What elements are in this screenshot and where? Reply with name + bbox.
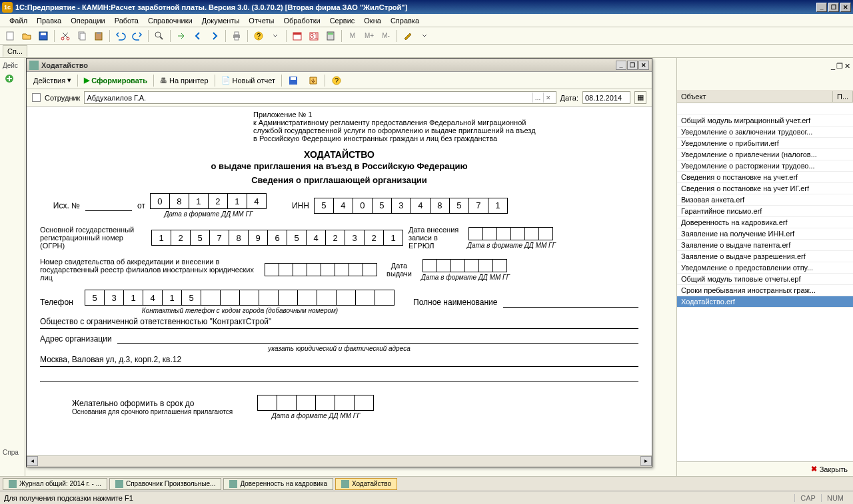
settings-dropdown-icon[interactable] [417,29,432,43]
m-icon[interactable]: M [345,29,360,43]
menu-help[interactable]: Справка [387,15,423,26]
menu-catalogs[interactable]: Справочники [144,15,197,26]
menu-reports[interactable]: Отчеты [245,15,278,26]
combo-select-icon[interactable]: … [532,93,543,103]
rp-item[interactable]: Заявление о выдаче разрешения.erf [677,251,853,262]
menu-processing[interactable]: Обработки [279,15,324,26]
inn-cells: 54 05 34 85 71 [315,198,508,214]
rp-item[interactable]: Заявление о выдаче патента.erf [677,240,853,251]
rp-item[interactable]: Гарантийное письмо.erf [677,206,853,217]
calendar31-icon[interactable]: 31 [307,29,321,43]
task-button[interactable]: Справочник Произвольные... [109,478,221,490]
copy-icon[interactable] [75,29,89,43]
mminus-icon[interactable]: M- [379,29,393,43]
undo-icon[interactable] [113,29,128,43]
employee-combo[interactable]: Абдухалилов Г.А. … ✕ [84,91,556,104]
open-icon[interactable] [19,29,34,43]
dialog-toolbar: Действия ▾ ▶ Сформировать 🖶На принтер 📄Н… [27,72,652,89]
add-icon[interactable] [2,71,17,86]
rp-item[interactable]: Общий модуль миграционный учет.erf [677,115,853,126]
rp-item[interactable]: Уведомление о заключении трудовог... [677,126,853,138]
date-field[interactable]: 08.12.2014 [582,91,630,104]
rp-item[interactable]: Сведения о постановке на учет.erf [677,172,853,183]
help-icon[interactable]: ? [251,29,266,43]
taskbar: Журнал общий: 2014 г. - ...Справочник Пр… [0,476,853,491]
rp-item[interactable]: Уведомление о предоставлении отпу... [677,262,853,274]
rp-item[interactable]: Сроки пребывания иностранных граж... [677,285,853,296]
menu-edit[interactable]: Правка [33,15,65,26]
task-button[interactable]: Журнал общий: 2014 г. - ... [3,478,107,490]
status-hint: Для получения подсказки нажмите F1 [4,494,133,502]
forward-icon[interactable] [207,29,222,43]
rp-item[interactable]: Уведомление о прибытии.erf [677,138,853,149]
rp-close-button[interactable]: ✕ [844,62,850,71]
rp-item[interactable]: Заявление на получение ИНН.erf [677,228,853,240]
workspace: Дейс Спра Ходатайство _ ❐ ✕ Действия ▾ ▶… [0,58,853,476]
paste-icon[interactable] [91,29,106,43]
redo-icon[interactable] [130,29,145,43]
rp-maximize-button[interactable]: ❐ [836,62,843,71]
find-icon[interactable] [152,29,167,43]
info-dropdown-icon[interactable] [268,29,283,43]
load-variant-icon[interactable] [304,73,323,88]
task-button[interactable]: Доверенность на кадровика [223,478,333,490]
task-button[interactable]: Ходатайство [335,478,397,490]
back-icon[interactable] [191,29,205,43]
print-button[interactable]: 🖶На принтер [156,75,213,87]
app-title: 1С:Предприятие - КАМИН:Расчет заработной… [15,3,816,11]
calc-icon[interactable] [323,29,338,43]
menu-work[interactable]: Работа [111,15,143,26]
rp-item[interactable]: Общий модуль типовые отчеты.epf [677,274,853,285]
rp-close-link[interactable]: Закрыть [820,465,848,473]
combo-clear-icon[interactable]: ✕ [543,93,554,103]
menu-file[interactable]: Файл [5,15,31,26]
close-button[interactable]: ✕ [840,3,851,12]
calendar-icon[interactable] [290,29,305,43]
dialog-minimize-button[interactable]: _ [616,61,626,70]
egrul-cells [469,227,553,240]
menu-documents[interactable]: Документы [198,15,244,26]
dialog-maximize-button[interactable]: ❐ [627,61,638,70]
save-variant-icon[interactable] [284,73,303,88]
form-button[interactable]: ▶ Сформировать [80,74,151,87]
employee-label: Сотрудник [45,94,80,102]
scroll-right-icon[interactable]: ► [640,456,652,466]
rp-item[interactable]: Визовая анкета.erf [677,194,853,206]
dialog-close-button[interactable]: ✕ [638,61,649,70]
minimize-button[interactable]: _ [816,3,827,12]
new-report-button[interactable]: 📄Новый отчет [217,74,279,87]
rp-col-object[interactable]: Объект [677,91,833,102]
date-picker-icon[interactable]: ▦ [634,91,646,104]
new-icon[interactable] [3,29,17,43]
svg-rect-8 [97,32,101,34]
rp-item[interactable]: Доверенность на кадровика.erf [677,217,853,228]
rp-col-p[interactable]: П... [833,91,853,102]
dialog-hscrollbar[interactable]: ◄ ► [27,455,652,467]
mplus-icon[interactable]: M+ [362,29,377,43]
dialog-help-icon[interactable]: ? [327,73,346,88]
menu-windows[interactable]: Окна [360,15,385,26]
menu-operations[interactable]: Операции [67,15,109,26]
rp-minimize-button[interactable]: _ [831,62,835,70]
rp-item[interactable]: Сведения о постановке на учет ИГ.erf [677,183,853,194]
print-icon[interactable] [229,29,244,43]
ish-label: Исх. № [40,201,80,210]
goto-icon[interactable] [174,29,189,43]
employee-checkbox[interactable] [32,93,41,102]
actions-button[interactable]: Действия ▾ [29,74,75,87]
rp-item[interactable]: Уведомление о привлечении (налогов... [677,149,853,160]
rp-item[interactable]: Ходатайство.erf [677,296,853,308]
scroll-left-icon[interactable]: ◄ [27,456,38,466]
mdi-tab[interactable]: Сп... [3,45,27,57]
rp-item[interactable]: Уведомление о расторжении трудово... [677,160,853,172]
reason-label: Основания для срочного приглашения прила… [72,408,233,415]
menu-service[interactable]: Сервис [326,15,359,26]
task-icon [9,480,17,488]
maximize-button[interactable]: ❐ [828,3,839,12]
settings-icon[interactable] [401,29,415,43]
close-x-icon[interactable]: ✖ [811,465,817,473]
task-icon [341,480,349,488]
save-icon[interactable] [36,29,51,43]
mdi-tabs: Сп... [0,45,853,58]
cut-icon[interactable] [58,29,73,43]
